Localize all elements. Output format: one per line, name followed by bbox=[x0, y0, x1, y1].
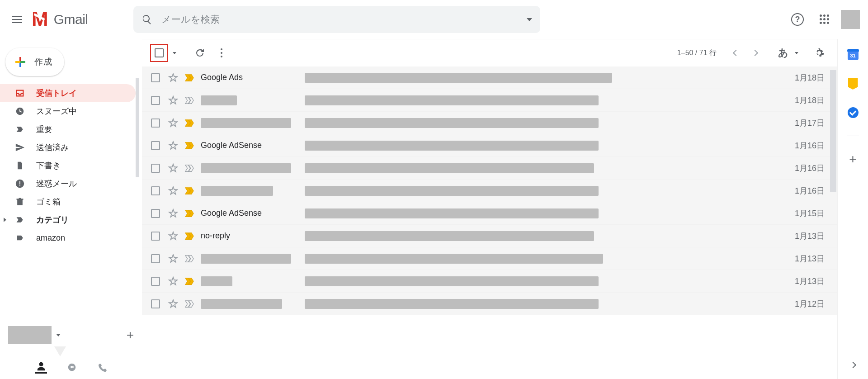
support-button[interactable]: ? bbox=[787, 9, 808, 30]
star-button[interactable] bbox=[168, 163, 184, 173]
hangouts-tabs bbox=[0, 356, 142, 379]
email-row[interactable]: 1月12日 bbox=[142, 293, 837, 315]
date-cell: 1月15日 bbox=[788, 208, 825, 219]
hangouts-tab[interactable] bbox=[66, 362, 78, 374]
settings-button[interactable] bbox=[814, 47, 825, 58]
star-button[interactable] bbox=[168, 73, 184, 83]
star-button[interactable] bbox=[168, 254, 184, 264]
compose-button[interactable]: 作成 bbox=[5, 48, 64, 76]
search-bar[interactable] bbox=[133, 6, 540, 33]
input-method-dropdown-icon[interactable] bbox=[795, 52, 798, 54]
star-button[interactable] bbox=[168, 231, 184, 241]
main-menu-button[interactable] bbox=[6, 9, 28, 30]
newer-button[interactable] bbox=[728, 45, 744, 61]
importance-marker[interactable] bbox=[184, 300, 201, 308]
row-checkbox[interactable] bbox=[151, 232, 160, 241]
email-row[interactable]: 1月16日 bbox=[142, 157, 837, 180]
row-checkbox[interactable] bbox=[151, 118, 160, 128]
google-apps-button[interactable] bbox=[814, 9, 835, 30]
hangouts-icon bbox=[67, 363, 77, 373]
person-icon bbox=[36, 361, 46, 371]
calendar-addon-button[interactable]: 31 bbox=[847, 49, 859, 61]
email-row[interactable]: Google AdSense1月16日 bbox=[142, 134, 837, 157]
star-button[interactable] bbox=[168, 208, 184, 218]
email-row[interactable]: 1月13日 bbox=[142, 270, 837, 293]
get-addons-button[interactable]: + bbox=[847, 153, 859, 165]
alert-icon bbox=[14, 178, 25, 189]
hangouts-status-dropdown-icon[interactable] bbox=[56, 334, 61, 336]
row-checkbox[interactable] bbox=[151, 164, 160, 173]
redacted-subject bbox=[305, 231, 594, 241]
importance-marker[interactable] bbox=[184, 255, 201, 263]
star-button[interactable] bbox=[168, 299, 184, 309]
older-button[interactable] bbox=[747, 45, 763, 61]
keep-addon-button[interactable] bbox=[847, 78, 859, 90]
plus-icon bbox=[15, 57, 25, 67]
sidebar-item-snoozed[interactable]: スヌーズ中 bbox=[0, 102, 136, 120]
row-checkbox[interactable] bbox=[151, 299, 160, 308]
sidebar-item-inbox[interactable]: 受信トレイ bbox=[0, 84, 136, 102]
email-row[interactable]: Google Ads1月18日 bbox=[142, 66, 837, 89]
redacted-sender bbox=[201, 163, 291, 173]
importance-marker[interactable] bbox=[184, 96, 201, 104]
row-checkbox[interactable] bbox=[151, 73, 160, 82]
search-options-dropdown-icon[interactable] bbox=[527, 18, 532, 21]
hangouts-avatar[interactable] bbox=[8, 326, 52, 344]
row-checkbox[interactable] bbox=[151, 141, 160, 150]
importance-marker[interactable] bbox=[184, 119, 201, 127]
star-button[interactable] bbox=[168, 186, 184, 196]
sidebar-item-label-amazon[interactable]: amazon bbox=[0, 229, 136, 247]
hamburger-icon bbox=[12, 19, 22, 20]
phone-tab[interactable] bbox=[97, 362, 108, 374]
importance-marker[interactable] bbox=[184, 232, 201, 240]
account-avatar[interactable] bbox=[841, 10, 860, 29]
email-row[interactable]: no-reply1月13日 bbox=[142, 225, 837, 247]
importance-marker[interactable] bbox=[184, 277, 201, 285]
row-checkbox[interactable] bbox=[151, 254, 160, 263]
email-row[interactable]: 1月16日 bbox=[142, 180, 837, 202]
select-all-checkbox[interactable] bbox=[150, 44, 168, 62]
row-checkbox[interactable] bbox=[151, 186, 160, 195]
sidebar: 作成 受信トレイスヌーズ中重要送信済み下書き迷惑メールゴミ箱カテゴリamazon… bbox=[0, 39, 142, 379]
help-icon: ? bbox=[791, 13, 804, 26]
new-conversation-button[interactable]: + bbox=[127, 328, 134, 342]
redacted-sender bbox=[201, 254, 291, 264]
contacts-tab[interactable] bbox=[35, 362, 47, 374]
header: M Gmail ? bbox=[0, 0, 868, 39]
select-dropdown-icon[interactable] bbox=[173, 52, 176, 54]
sidebar-item-trash[interactable]: ゴミ箱 bbox=[0, 193, 136, 211]
importance-marker[interactable] bbox=[184, 209, 201, 218]
input-method-button[interactable]: あ bbox=[778, 46, 788, 60]
calendar-icon: 31 bbox=[848, 49, 859, 60]
email-row[interactable]: 1月17日 bbox=[142, 112, 837, 134]
date-cell: 1月13日 bbox=[788, 253, 825, 264]
sidebar-item-drafts[interactable]: 下書き bbox=[0, 156, 136, 175]
sidebar-item-important[interactable]: 重要 bbox=[0, 120, 136, 138]
star-button[interactable] bbox=[168, 95, 184, 105]
importance-marker[interactable] bbox=[184, 74, 201, 82]
scrollbar-thumb[interactable] bbox=[830, 70, 836, 192]
email-row[interactable]: 1月18日 bbox=[142, 89, 837, 112]
email-row[interactable]: 1月13日 bbox=[142, 247, 837, 270]
star-button[interactable] bbox=[168, 118, 184, 128]
sidebar-item-spam[interactable]: 迷惑メール bbox=[0, 175, 136, 193]
tasks-addon-button[interactable] bbox=[847, 107, 859, 118]
sidebar-item-categories[interactable]: カテゴリ bbox=[0, 211, 136, 229]
gmail-logo[interactable]: M Gmail bbox=[32, 8, 88, 31]
refresh-button[interactable] bbox=[194, 47, 205, 58]
star-button[interactable] bbox=[168, 276, 184, 286]
importance-marker[interactable] bbox=[184, 187, 201, 195]
importance-marker[interactable] bbox=[184, 142, 201, 150]
sidebar-scrollbar-thumb[interactable] bbox=[136, 78, 139, 177]
importance-marker[interactable] bbox=[184, 164, 201, 172]
row-checkbox[interactable] bbox=[151, 209, 160, 218]
sidebar-item-sent[interactable]: 送信済み bbox=[0, 138, 136, 156]
hide-sidepanel-button[interactable] bbox=[847, 359, 859, 371]
email-row[interactable]: Google AdSense1月15日 bbox=[142, 202, 837, 225]
row-checkbox[interactable] bbox=[151, 277, 160, 286]
tasks-icon bbox=[848, 107, 859, 118]
row-checkbox[interactable] bbox=[151, 96, 160, 105]
star-button[interactable] bbox=[168, 141, 184, 151]
search-input[interactable] bbox=[161, 14, 527, 25]
more-actions-button[interactable] bbox=[221, 48, 222, 57]
